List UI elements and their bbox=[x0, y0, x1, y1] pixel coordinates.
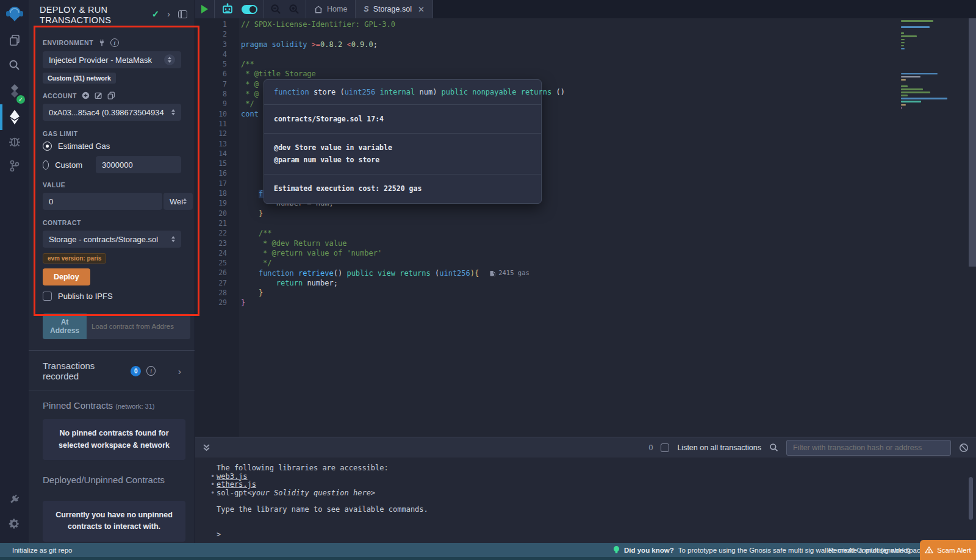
web3-link[interactable]: web3.js bbox=[217, 473, 248, 481]
settings-gear-icon[interactable] bbox=[0, 511, 29, 536]
gas-pump-icon bbox=[490, 270, 495, 276]
line-number: 5 bbox=[195, 59, 239, 69]
terminal[interactable]: The following libraries are accessible: … bbox=[195, 458, 976, 543]
terminal-collapse-icon[interactable] bbox=[195, 443, 210, 452]
code-line[interactable]: * @return value of 'number' bbox=[241, 248, 903, 258]
deploy-button[interactable]: Deploy bbox=[43, 268, 90, 285]
run-script-icon[interactable] bbox=[201, 5, 208, 13]
code-line[interactable]: /** bbox=[241, 228, 903, 238]
code-line[interactable]: * @title Storage bbox=[241, 69, 903, 79]
line-number: 23 bbox=[195, 239, 239, 248]
tab-storage-sol[interactable]: S Storage.sol ✕ bbox=[356, 0, 432, 18]
line-number: 12 bbox=[195, 129, 239, 138]
value-input[interactable] bbox=[43, 193, 162, 210]
tab-close-icon[interactable]: ✕ bbox=[418, 5, 425, 14]
gas-limit-label: GAS LIMIT bbox=[43, 130, 78, 137]
code-line[interactable]: function retrieve() public view returns … bbox=[241, 268, 903, 278]
editor-scrollbar[interactable] bbox=[969, 18, 976, 267]
git-init-status[interactable]: Initialize as git repo bbox=[0, 547, 72, 554]
code-line[interactable]: // SPDX-License-Identifier: GPL-3.0 bbox=[241, 20, 903, 29]
line-number: 11 bbox=[195, 119, 239, 129]
file-explorer-icon[interactable] bbox=[0, 28, 29, 52]
unit-stepper-icon[interactable] bbox=[183, 198, 187, 204]
custom-gas-input[interactable] bbox=[96, 156, 181, 173]
solgpt-label: sol-gpt bbox=[217, 489, 248, 498]
line-number: 19 bbox=[195, 198, 239, 208]
code-line[interactable]: return number; bbox=[241, 278, 903, 288]
listen-all-label: Listen on all transactions bbox=[677, 443, 761, 452]
terminal-prompt[interactable]: > bbox=[217, 531, 976, 539]
terminal-scrollbar[interactable] bbox=[969, 477, 973, 520]
bottom-edge-strip bbox=[0, 557, 976, 560]
value-unit-select[interactable]: Wei bbox=[163, 193, 193, 210]
terminal-search-icon[interactable] bbox=[769, 443, 778, 452]
line-number: 2 bbox=[195, 29, 239, 39]
transactions-count-badge: 0 bbox=[131, 366, 141, 376]
terminal-tx-count: 0 bbox=[648, 443, 653, 452]
publish-ipfs-checkbox[interactable] bbox=[43, 292, 52, 301]
scam-alert-button[interactable]: Scam Alert bbox=[920, 540, 976, 560]
code-line[interactable]: } bbox=[241, 209, 903, 218]
lightbulb-icon bbox=[613, 545, 620, 555]
line-number: 8 bbox=[195, 89, 239, 99]
sign-message-icon[interactable] bbox=[95, 92, 102, 99]
line-number: 7 bbox=[195, 79, 239, 89]
add-account-icon[interactable] bbox=[82, 92, 90, 99]
code-line[interactable]: * @dev Return value bbox=[241, 239, 903, 248]
git-icon[interactable] bbox=[0, 154, 29, 178]
clear-console-icon[interactable] bbox=[959, 443, 969, 453]
terminal-outro: Type the library name to see available c… bbox=[217, 506, 976, 514]
ai-copilot-robot-icon[interactable] bbox=[221, 3, 234, 15]
contract-label: CONTRACT bbox=[43, 219, 81, 226]
compile-success-badge: ✓ bbox=[16, 95, 25, 104]
terminal-filter-input[interactable] bbox=[786, 440, 951, 456]
contract-stepper-icon[interactable] bbox=[171, 236, 175, 242]
estimated-gas-radio[interactable] bbox=[43, 142, 52, 151]
tab-home[interactable]: Home bbox=[306, 0, 356, 18]
tooltip-doc: @dev Store value in variable @param num … bbox=[264, 134, 541, 174]
minimap-line bbox=[901, 42, 905, 44]
code-line[interactable]: } bbox=[241, 298, 903, 307]
line-number: 6 bbox=[195, 69, 239, 79]
contract-select[interactable]: Storage - contracts/Storage.sol bbox=[43, 231, 181, 248]
account-stepper-icon[interactable] bbox=[171, 109, 175, 115]
code-line[interactable]: pragma solidity >=0.8.2 <0.9.0; bbox=[241, 40, 903, 49]
line-number: 25 bbox=[195, 258, 239, 268]
estimated-gas-label: Estimated Gas bbox=[58, 142, 110, 151]
plug-icon[interactable] bbox=[98, 39, 106, 46]
code-line[interactable]: } bbox=[241, 288, 903, 298]
code-line[interactable] bbox=[241, 49, 903, 59]
transactions-info-icon[interactable]: i bbox=[146, 366, 156, 376]
remix-ide-window: ✓ DEPLOY & RUN TRANSACTIONS ✓ › bbox=[0, 0, 976, 560]
listen-all-checkbox[interactable] bbox=[661, 443, 669, 452]
plugin-manager-icon[interactable] bbox=[0, 487, 29, 511]
code-line[interactable] bbox=[241, 29, 903, 39]
search-icon[interactable] bbox=[0, 52, 29, 77]
panel-title: DEPLOY & RUN TRANSACTIONS bbox=[40, 5, 137, 25]
custom-gas-radio[interactable] bbox=[43, 160, 49, 170]
code-line[interactable]: /** bbox=[241, 59, 903, 69]
at-address-input[interactable] bbox=[87, 314, 190, 339]
solidity-compiler-icon[interactable]: ✓ bbox=[0, 77, 29, 105]
environment-stepper-icon[interactable] bbox=[164, 54, 175, 65]
minimap[interactable] bbox=[901, 20, 949, 110]
account-select[interactable]: 0xA03...85ac4 (0.398673504934 bbox=[43, 104, 181, 121]
ethers-link[interactable]: ethers.js bbox=[217, 481, 256, 489]
remix-logo-icon[interactable] bbox=[0, 0, 29, 28]
environment-select[interactable]: Injected Provider - MetaMask bbox=[43, 51, 181, 68]
debugger-icon[interactable] bbox=[0, 129, 29, 154]
code-line[interactable] bbox=[241, 218, 903, 228]
at-address-button[interactable]: At Address bbox=[43, 314, 87, 339]
code-editor[interactable]: 1234567891011121314151617181920212223242… bbox=[195, 18, 976, 437]
pin-panel-icon[interactable] bbox=[178, 10, 187, 18]
copilot-toggle[interactable] bbox=[242, 5, 257, 14]
deploy-run-icon[interactable] bbox=[0, 105, 29, 129]
environment-info-icon[interactable]: i bbox=[110, 38, 119, 47]
panel-chevron-icon[interactable]: › bbox=[167, 9, 170, 19]
copy-address-icon[interactable] bbox=[107, 92, 115, 99]
code-line[interactable]: */ bbox=[241, 258, 903, 268]
environment-value: Injected Provider - MetaMask bbox=[49, 56, 152, 65]
zoom-in-icon[interactable] bbox=[289, 4, 300, 15]
zoom-out-icon[interactable] bbox=[270, 4, 281, 15]
transactions-expand-icon[interactable]: › bbox=[178, 366, 181, 376]
